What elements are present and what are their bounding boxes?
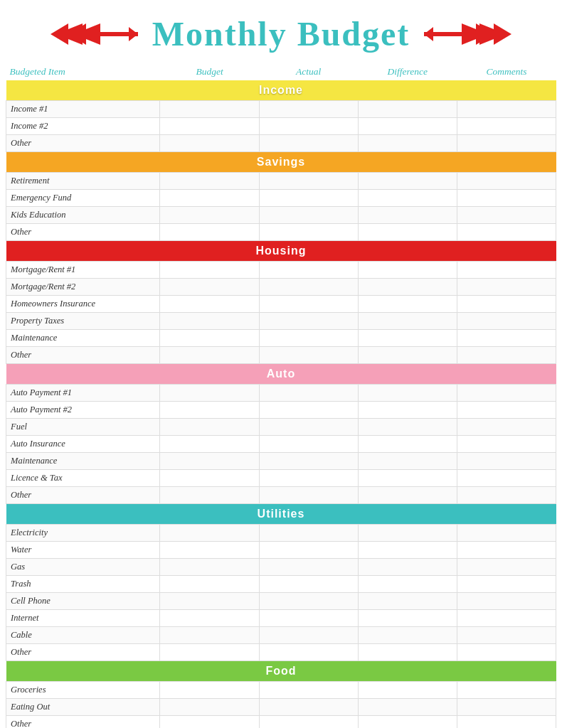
row-budget[interactable]	[160, 279, 259, 296]
row-difference[interactable]	[358, 173, 457, 190]
row-comments[interactable]	[457, 296, 556, 313]
row-budget[interactable]	[160, 487, 259, 504]
row-actual[interactable]	[259, 682, 358, 699]
row-budget[interactable]	[160, 716, 259, 729]
row-budget[interactable]	[160, 453, 259, 470]
row-actual[interactable]	[259, 296, 358, 313]
row-difference[interactable]	[358, 627, 457, 644]
row-actual[interactable]	[259, 559, 358, 576]
row-difference[interactable]	[358, 436, 457, 453]
row-comments[interactable]	[457, 542, 556, 559]
row-budget[interactable]	[160, 385, 259, 402]
row-comments[interactable]	[457, 716, 556, 729]
row-actual[interactable]	[259, 470, 358, 487]
row-budget[interactable]	[160, 419, 259, 436]
row-budget[interactable]	[160, 470, 259, 487]
row-difference[interactable]	[358, 644, 457, 661]
row-difference[interactable]	[358, 699, 457, 716]
row-comments[interactable]	[457, 190, 556, 207]
row-difference[interactable]	[358, 576, 457, 593]
row-budget[interactable]	[160, 190, 259, 207]
row-comments[interactable]	[457, 610, 556, 627]
row-comments[interactable]	[457, 101, 556, 118]
row-comments[interactable]	[457, 682, 556, 699]
row-budget[interactable]	[160, 436, 259, 453]
row-actual[interactable]	[259, 330, 358, 347]
row-difference[interactable]	[358, 402, 457, 419]
row-comments[interactable]	[457, 593, 556, 610]
row-difference[interactable]	[358, 385, 457, 402]
row-actual[interactable]	[259, 699, 358, 716]
row-actual[interactable]	[259, 224, 358, 241]
row-difference[interactable]	[358, 487, 457, 504]
row-actual[interactable]	[259, 262, 358, 279]
row-actual[interactable]	[259, 525, 358, 542]
row-budget[interactable]	[160, 135, 259, 152]
row-comments[interactable]	[457, 644, 556, 661]
row-budget[interactable]	[160, 207, 259, 224]
row-difference[interactable]	[358, 296, 457, 313]
row-actual[interactable]	[259, 135, 358, 152]
row-difference[interactable]	[358, 542, 457, 559]
row-budget[interactable]	[160, 296, 259, 313]
row-actual[interactable]	[259, 487, 358, 504]
row-actual[interactable]	[259, 542, 358, 559]
row-comments[interactable]	[457, 402, 556, 419]
row-actual[interactable]	[259, 207, 358, 224]
row-comments[interactable]	[457, 470, 556, 487]
row-actual[interactable]	[259, 436, 358, 453]
row-actual[interactable]	[259, 453, 358, 470]
row-difference[interactable]	[358, 347, 457, 364]
row-difference[interactable]	[358, 207, 457, 224]
row-comments[interactable]	[457, 262, 556, 279]
row-difference[interactable]	[358, 118, 457, 135]
row-comments[interactable]	[457, 347, 556, 364]
row-comments[interactable]	[457, 419, 556, 436]
row-difference[interactable]	[358, 262, 457, 279]
row-budget[interactable]	[160, 559, 259, 576]
row-actual[interactable]	[259, 347, 358, 364]
row-difference[interactable]	[358, 330, 457, 347]
row-actual[interactable]	[259, 385, 358, 402]
row-comments[interactable]	[457, 330, 556, 347]
row-difference[interactable]	[358, 279, 457, 296]
row-comments[interactable]	[457, 313, 556, 330]
row-budget[interactable]	[160, 118, 259, 135]
row-difference[interactable]	[358, 135, 457, 152]
row-comments[interactable]	[457, 559, 556, 576]
row-difference[interactable]	[358, 593, 457, 610]
row-actual[interactable]	[259, 716, 358, 729]
row-difference[interactable]	[358, 525, 457, 542]
row-comments[interactable]	[457, 436, 556, 453]
row-comments[interactable]	[457, 576, 556, 593]
row-budget[interactable]	[160, 699, 259, 716]
row-difference[interactable]	[358, 419, 457, 436]
row-comments[interactable]	[457, 224, 556, 241]
row-actual[interactable]	[259, 173, 358, 190]
row-actual[interactable]	[259, 593, 358, 610]
row-budget[interactable]	[160, 330, 259, 347]
row-budget[interactable]	[160, 576, 259, 593]
row-budget[interactable]	[160, 542, 259, 559]
row-budget[interactable]	[160, 682, 259, 699]
row-actual[interactable]	[259, 610, 358, 627]
row-actual[interactable]	[259, 644, 358, 661]
row-budget[interactable]	[160, 627, 259, 644]
row-actual[interactable]	[259, 118, 358, 135]
row-comments[interactable]	[457, 118, 556, 135]
row-comments[interactable]	[457, 385, 556, 402]
row-comments[interactable]	[457, 525, 556, 542]
row-comments[interactable]	[457, 627, 556, 644]
row-difference[interactable]	[358, 453, 457, 470]
row-difference[interactable]	[358, 716, 457, 729]
row-budget[interactable]	[160, 525, 259, 542]
row-budget[interactable]	[160, 593, 259, 610]
row-actual[interactable]	[259, 313, 358, 330]
row-budget[interactable]	[160, 173, 259, 190]
row-comments[interactable]	[457, 699, 556, 716]
row-budget[interactable]	[160, 313, 259, 330]
row-budget[interactable]	[160, 347, 259, 364]
row-difference[interactable]	[358, 190, 457, 207]
row-actual[interactable]	[259, 190, 358, 207]
row-budget[interactable]	[160, 610, 259, 627]
